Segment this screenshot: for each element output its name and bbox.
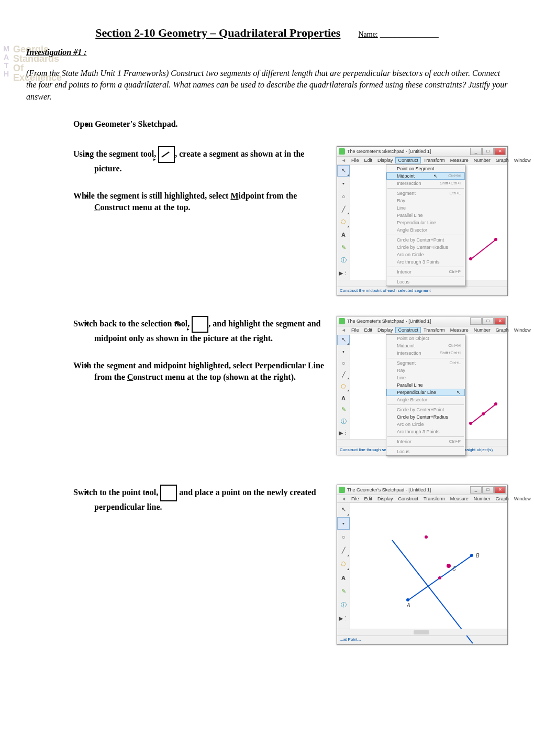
menu-perpendicular[interactable]: Perpendicular Line↖ bbox=[386, 389, 465, 396]
app-icon bbox=[339, 148, 345, 155]
tool-custom[interactable]: ▶⋮ bbox=[337, 428, 350, 438]
menu-transform[interactable]: Transform bbox=[421, 157, 448, 163]
perpendicular-line bbox=[392, 540, 473, 643]
menu-window[interactable]: Window bbox=[511, 157, 533, 163]
tool-point[interactable]: • bbox=[337, 517, 350, 530]
menu-file[interactable]: File bbox=[349, 327, 362, 333]
menu-window[interactable]: Window bbox=[511, 327, 533, 333]
menu-transform[interactable]: Transform bbox=[421, 496, 448, 502]
tool-info[interactable]: ⓘ bbox=[337, 255, 350, 266]
tool-polygon[interactable]: ⬠ bbox=[337, 216, 350, 227]
menu-file[interactable]: File bbox=[349, 496, 362, 502]
watermark: MATH Georgia Standards Of Excellence bbox=[3, 45, 10, 80]
menu-edit[interactable]: Edit bbox=[361, 496, 375, 502]
tool-info[interactable]: ⓘ bbox=[337, 599, 350, 611]
menu-segment: SegmentCtrl+L bbox=[386, 359, 465, 367]
menu-arc-circle: Arc on Circle bbox=[386, 421, 465, 428]
menu-parallel[interactable]: Parallel Line bbox=[386, 381, 465, 389]
menu-transform[interactable]: Transform bbox=[421, 327, 448, 333]
investigation-heading: Investigation #1 : bbox=[26, 48, 508, 57]
close-button[interactable]: ✕ bbox=[494, 148, 506, 155]
menu-graph[interactable]: Graph bbox=[493, 496, 511, 502]
segment-endpoint-2 bbox=[494, 238, 497, 241]
tool-line[interactable]: ╱ bbox=[337, 544, 350, 557]
tool-point[interactable]: • bbox=[337, 346, 350, 357]
menu-edit[interactable]: Edit bbox=[361, 157, 375, 163]
menu-display[interactable]: Display bbox=[375, 327, 396, 333]
step-perpendicular: With the segment and midpoint highlighte… bbox=[94, 360, 331, 384]
tool-custom[interactable]: ▶⋮ bbox=[337, 267, 350, 279]
tool-marker[interactable]: ✎ bbox=[337, 404, 350, 415]
tool-arrow[interactable]: ↖ bbox=[337, 165, 350, 177]
menu-display[interactable]: Display bbox=[375, 496, 396, 502]
tool-polygon[interactable]: ⬠ bbox=[337, 558, 350, 571]
canvas[interactable]: Point on Object MidpointCtrl+M Intersect… bbox=[350, 334, 507, 439]
menu-construct[interactable]: Construct bbox=[395, 327, 421, 333]
menu-circle-cp: Circle by Center+Point bbox=[386, 406, 465, 413]
menu-interior: InteriorCtrl+P bbox=[386, 268, 465, 276]
tool-custom[interactable]: ▶⋮ bbox=[337, 612, 350, 625]
tool-polygon[interactable]: ⬠ bbox=[337, 381, 350, 391]
menu-midpoint[interactable]: Midpoint↖Ctrl+M bbox=[386, 172, 465, 180]
menubar: ◄ File Edit Display Construct Transform … bbox=[337, 157, 507, 165]
tool-info[interactable]: ⓘ bbox=[337, 416, 350, 426]
canvas[interactable]: A B C bbox=[350, 503, 507, 629]
maximize-button[interactable]: □ bbox=[482, 486, 494, 494]
menu-perpendicular: Perpendicular Line bbox=[386, 219, 465, 226]
minimize-button[interactable]: _ bbox=[470, 148, 482, 155]
tool-circle[interactable]: ○ bbox=[337, 358, 350, 368]
menu-edit[interactable]: Edit bbox=[361, 327, 375, 333]
menu-number[interactable]: Number bbox=[471, 157, 493, 163]
tool-arrow[interactable]: ↖ bbox=[337, 503, 350, 516]
menu-measure[interactable]: Measure bbox=[448, 327, 471, 333]
maximize-button[interactable]: □ bbox=[482, 317, 494, 325]
tool-line[interactable]: ╱ bbox=[337, 203, 350, 215]
menu-ray: Ray bbox=[386, 197, 465, 204]
tool-line[interactable]: ╱ bbox=[337, 369, 350, 380]
page-header: Section 2-10 Geometry – Quadrilateral Pr… bbox=[26, 26, 508, 40]
menu-graph[interactable]: Graph bbox=[493, 157, 511, 163]
construct-menu-dropdown: Point on Object MidpointCtrl+M Intersect… bbox=[386, 334, 465, 456]
close-button[interactable]: ✕ bbox=[494, 317, 506, 325]
tool-text[interactable]: A bbox=[337, 393, 350, 403]
menu-intersection: IntersectionShift+Ctrl+I bbox=[386, 349, 465, 357]
tool-circle[interactable]: ○ bbox=[337, 190, 350, 202]
scrollbar-h[interactable] bbox=[337, 629, 507, 636]
menu-display[interactable]: Display bbox=[375, 157, 396, 163]
maximize-button[interactable]: □ bbox=[482, 148, 494, 155]
menu-number[interactable]: Number bbox=[471, 496, 493, 502]
menu-arc-3pts: Arc through 3 Points bbox=[386, 258, 465, 266]
close-button[interactable]: ✕ bbox=[494, 486, 506, 494]
menu-construct[interactable]: Construct bbox=[395, 496, 421, 502]
window-title: The Geometer's Sketchpad - [Untitled 1] bbox=[347, 487, 470, 492]
minimize-button[interactable]: _ bbox=[470, 486, 482, 494]
point-a bbox=[406, 598, 409, 601]
menu-point-on-segment[interactable]: Point on Segment bbox=[386, 165, 465, 172]
menu-window[interactable]: Window bbox=[511, 496, 533, 502]
menu-file[interactable]: File bbox=[349, 157, 362, 163]
gsp-screenshot-midpoint: The Geometer's Sketchpad - [Untitled 1] … bbox=[337, 146, 508, 296]
minimize-button[interactable]: _ bbox=[470, 317, 482, 325]
tool-marker[interactable]: ✎ bbox=[337, 585, 350, 598]
menu-construct[interactable]: Construct bbox=[395, 157, 421, 163]
tool-text[interactable]: A bbox=[337, 572, 350, 584]
tool-marker[interactable]: ✎ bbox=[337, 242, 350, 253]
tool-point[interactable]: • bbox=[337, 178, 350, 189]
segment-midpoint bbox=[482, 412, 485, 415]
tool-arrow[interactable]: ↖ bbox=[337, 335, 350, 345]
name-blank: ______________ bbox=[380, 29, 439, 38]
menu-number[interactable]: Number bbox=[471, 327, 493, 333]
tool-text[interactable]: A bbox=[337, 229, 350, 240]
label-a: A bbox=[407, 602, 410, 608]
midpoint-pt bbox=[438, 576, 441, 579]
menu-circle-cr[interactable]: Circle by Center+Radius bbox=[386, 413, 465, 421]
menu-measure[interactable]: Measure bbox=[448, 496, 471, 502]
menu-measure[interactable]: Measure bbox=[448, 157, 471, 163]
canvas[interactable]: Point on Segment Midpoint↖Ctrl+M Interse… bbox=[350, 165, 507, 280]
tool-circle[interactable]: ○ bbox=[337, 531, 350, 543]
menu-interior: InteriorCtrl+P bbox=[386, 438, 465, 445]
menu-parallel: Parallel Line bbox=[386, 212, 465, 219]
statusbar: ...at Point... bbox=[337, 636, 507, 644]
menu-graph[interactable]: Graph bbox=[493, 327, 511, 333]
segment-tool-icon bbox=[158, 146, 175, 163]
